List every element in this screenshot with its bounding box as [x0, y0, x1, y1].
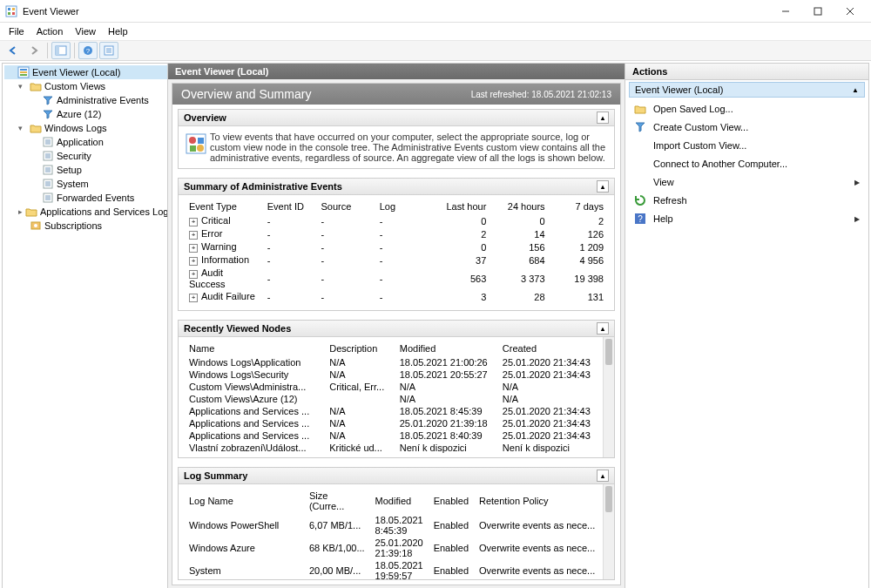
- table-row[interactable]: +Information---376844 956: [184, 253, 609, 267]
- table-row[interactable]: Windows Logs\SecurityN/A18.05.2021 20:55…: [184, 368, 600, 381]
- log-icon: [42, 192, 54, 204]
- menu-file[interactable]: File: [3, 24, 30, 38]
- back-button[interactable]: [3, 42, 23, 59]
- tree-label: System: [57, 179, 89, 189]
- toolbar: ?: [0, 40, 871, 61]
- expand-icon[interactable]: +: [189, 257, 198, 266]
- action-label: Help: [653, 213, 673, 224]
- scrollbar[interactable]: [603, 337, 614, 457]
- expand-icon[interactable]: +: [189, 270, 198, 279]
- table-row[interactable]: +Critical---002: [184, 214, 609, 227]
- recent-nodes-table[interactable]: Name Description Modified Created Window…: [184, 341, 600, 454]
- overview-text: To view events that have occurred on you…: [210, 132, 607, 163]
- action-label: Connect to Another Computer...: [653, 159, 787, 169]
- expand-icon[interactable]: +: [189, 218, 198, 226]
- properties-button[interactable]: [99, 42, 118, 59]
- tree-security[interactable]: Security: [29, 149, 167, 163]
- action-view[interactable]: View▶: [629, 173, 865, 191]
- table-row[interactable]: Windows Logs\ApplicationN/A18.05.2021 21…: [184, 356, 600, 368]
- tree-subscriptions[interactable]: Subscriptions: [17, 219, 167, 233]
- tree-application[interactable]: Application: [29, 135, 167, 149]
- navigation-tree-pane[interactable]: Event Viewer (Local) ▾ Custom Views Admi…: [3, 64, 168, 588]
- tree-system[interactable]: System: [29, 177, 167, 191]
- table-row[interactable]: Applications and Services ...N/A18.05.20…: [184, 405, 600, 417]
- svg-rect-45: [198, 138, 204, 144]
- menu-view[interactable]: View: [70, 24, 101, 38]
- overview-band: Overview and Summary Last refreshed: 18.…: [172, 84, 620, 105]
- expand-icon[interactable]: +: [189, 294, 198, 302]
- table-row[interactable]: Applications and Services ...N/A25.01.20…: [184, 417, 600, 429]
- menu-help[interactable]: Help: [103, 24, 133, 38]
- admin-events-section: Summary of Administrative Events ▴ Event…: [178, 178, 615, 311]
- center-pane: Event Viewer (Local) Overview and Summar…: [168, 64, 625, 588]
- log-summary-table[interactable]: Log Name Size (Curre... Modified Enabled…: [184, 488, 600, 580]
- table-row[interactable]: Custom Views\Administra...Critical, Err.…: [184, 381, 600, 393]
- window-title: Event Viewer: [23, 6, 770, 17]
- last-refreshed-label: Last refreshed: 18.05.2021 21:02:13: [471, 90, 611, 99]
- table-row[interactable]: Custom Views\Azure (12)N/AN/A: [184, 393, 600, 405]
- tree-administrative-events[interactable]: Administrative Events: [29, 93, 167, 107]
- tree-custom-views[interactable]: ▾ Custom Views: [17, 79, 167, 93]
- overview-section: Overview ▴ To view events that have occu…: [178, 109, 615, 169]
- svg-point-47: [197, 145, 204, 152]
- menu-action[interactable]: Action: [31, 24, 69, 38]
- collapse-icon[interactable]: ▴: [597, 322, 609, 335]
- action-import-custom-view[interactable]: Import Custom View...: [629, 137, 865, 154]
- tree-setup[interactable]: Setup: [29, 163, 167, 177]
- show-tree-button[interactable]: [51, 42, 71, 59]
- chevron-down-icon[interactable]: ▾: [18, 124, 27, 132]
- table-row[interactable]: Applications and Services ...N/A18.05.20…: [184, 429, 600, 442]
- action-label: Create Custom View...: [653, 122, 748, 132]
- table-row[interactable]: Windows PowerShell6,07 MB/1...18.05.2021…: [184, 514, 600, 537]
- tree-app-services-logs[interactable]: ▸Applications and Services Logs: [17, 205, 167, 219]
- action-label: Import Custom View...: [653, 140, 746, 151]
- tree-root[interactable]: Event Viewer (Local): [4, 65, 167, 79]
- action-open-saved-log[interactable]: Open Saved Log...: [629, 100, 865, 118]
- table-row[interactable]: System20,00 MB/...18.05.2021 19:59:57Ena…: [184, 559, 600, 580]
- tree-windows-logs[interactable]: ▾ Windows Logs: [17, 121, 167, 135]
- collapse-icon[interactable]: ▴: [597, 112, 609, 124]
- tree-forwarded-events[interactable]: Forwarded Events: [29, 191, 167, 205]
- svg-rect-0: [6, 6, 17, 17]
- center-header: Event Viewer (Local): [168, 64, 625, 79]
- scrollbar[interactable]: [603, 484, 614, 580]
- table-row[interactable]: Windows Azure68 KB/1,00...25.01.2020 21:…: [184, 537, 600, 559]
- svg-rect-19: [20, 71, 27, 73]
- table-row[interactable]: +Error---214126: [184, 227, 609, 240]
- collapse-icon[interactable]: ▴: [597, 470, 609, 482]
- expand-icon[interactable]: +: [189, 231, 198, 240]
- maximize-button[interactable]: [802, 2, 834, 21]
- action-help[interactable]: ?Help▶: [629, 210, 865, 227]
- svg-rect-20: [20, 74, 27, 76]
- action-refresh[interactable]: Refresh: [629, 192, 865, 209]
- admin-events-table[interactable]: Event Type Event ID Source Log Last hour…: [184, 199, 609, 303]
- chevron-down-icon[interactable]: ▾: [18, 82, 27, 91]
- action-connect-to-another-computer[interactable]: Connect to Another Computer...: [629, 155, 865, 172]
- close-button[interactable]: [834, 2, 866, 21]
- collapse-icon[interactable]: ▴: [597, 180, 609, 193]
- chevron-right-icon[interactable]: ▸: [18, 207, 23, 216]
- minimize-button[interactable]: [770, 2, 801, 21]
- table-row[interactable]: Vlastní zobrazení\Událost...Kritické ud.…: [184, 442, 600, 454]
- chevron-right-icon: ▶: [854, 179, 860, 186]
- action-label: View: [653, 177, 674, 187]
- table-row[interactable]: +Audit Success---5633 37319 398: [184, 267, 609, 290]
- svg-rect-10: [56, 46, 59, 55]
- actions-group-label: Event Viewer (Local): [635, 84, 723, 95]
- svg-text:?: ?: [638, 214, 643, 224]
- forward-button[interactable]: [24, 42, 44, 59]
- table-row[interactable]: +Audit Failure---328131: [184, 290, 609, 303]
- actions-group[interactable]: Event Viewer (Local) ▲: [629, 82, 865, 98]
- help-button[interactable]: ?: [78, 42, 98, 59]
- app-icon: [5, 5, 17, 17]
- menubar: File Action View Help: [0, 23, 871, 40]
- table-row[interactable]: +Warning---01561 209: [184, 240, 609, 253]
- help-icon: ?: [634, 213, 646, 225]
- tree-azure[interactable]: Azure (12): [29, 107, 167, 121]
- tree-label: Windows Logs: [44, 123, 107, 133]
- svg-rect-4: [12, 12, 15, 15]
- expand-icon[interactable]: +: [189, 244, 198, 253]
- action-create-custom-view[interactable]: Create Custom View...: [629, 118, 865, 136]
- svg-text:?: ?: [86, 47, 91, 55]
- log-summary-section: Log Summary ▴ Log Name Size (Curre... Mo…: [178, 467, 615, 580]
